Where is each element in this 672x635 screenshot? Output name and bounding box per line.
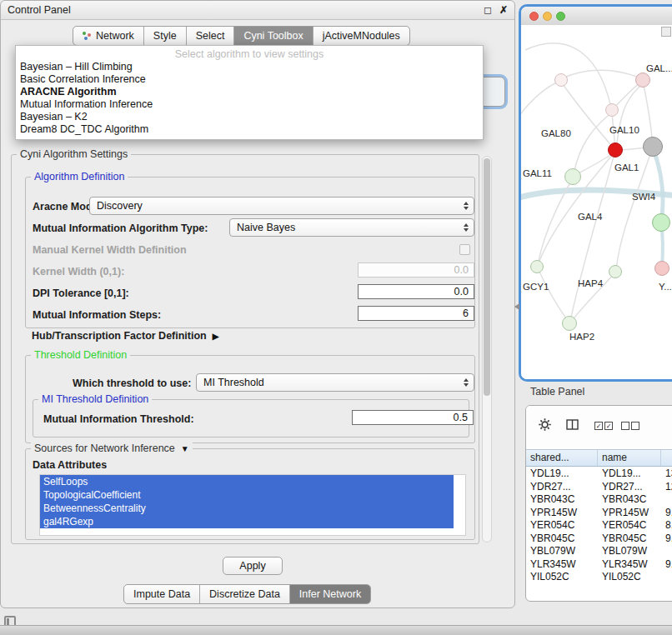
minimize-traffic-light-icon[interactable] xyxy=(543,12,552,21)
select-all-columns-icon[interactable]: ✓✓ xyxy=(594,422,614,430)
checked-box-icon: ✓ xyxy=(594,422,603,430)
network-window-titlebar[interactable] xyxy=(521,7,672,26)
network-node[interactable] xyxy=(564,168,581,185)
network-node[interactable] xyxy=(608,142,623,158)
float-window-icon[interactable]: ◻ xyxy=(484,1,492,19)
table-row[interactable]: YDL19...YDL19...13 xyxy=(526,468,672,481)
column-header[interactable]: name xyxy=(598,450,661,466)
scrollbar-thumb[interactable] xyxy=(484,158,490,396)
mi-steps-label: Mutual Information Steps: xyxy=(33,309,161,321)
node-label: GAL4 xyxy=(578,212,602,222)
node-label: GAL10 xyxy=(609,125,639,135)
column-header[interactable] xyxy=(661,450,672,466)
which-threshold-combobox[interactable]: MI Threshold xyxy=(196,373,474,392)
close-traffic-light-icon[interactable] xyxy=(529,12,539,21)
aracne-mode-value: Discovery xyxy=(97,200,143,212)
table-panel-title: Table Panel xyxy=(530,386,584,398)
table-cell: 12 xyxy=(661,481,672,494)
settings-scrollbar[interactable] xyxy=(482,156,492,542)
algorithm-option[interactable]: Mutual Information Inference xyxy=(16,98,483,111)
table-cell xyxy=(661,545,672,558)
attribute-item[interactable]: BetweennessCentrality xyxy=(40,502,454,515)
sources-group: Sources for Network Inference▼ Data Attr… xyxy=(25,448,475,540)
mi-steps-field[interactable] xyxy=(358,306,474,321)
table-cell: YDL19... xyxy=(526,468,598,481)
node-label: SWI4 xyxy=(632,192,655,202)
dpi-tolerance-field[interactable] xyxy=(358,284,474,299)
network-node[interactable] xyxy=(554,73,568,87)
tab-cyni-toolbox[interactable]: Cyni Toolbox xyxy=(233,27,312,45)
table-row[interactable]: YBR045CYBR045C9. xyxy=(526,532,672,546)
mi-threshold-group: MI Threshold Definition Mutual Informati… xyxy=(33,399,469,438)
show-columns-icon[interactable] xyxy=(566,419,579,431)
deselect-all-columns-icon[interactable] xyxy=(621,422,641,430)
network-canvas[interactable]: GAL...GAL80GAL10GAL11GAL1SWI4GAL4GCY1HAP… xyxy=(521,25,672,379)
table-row[interactable]: YBR043CYBR043C xyxy=(526,493,672,507)
algorithm-option[interactable]: ARACNE Algorithm xyxy=(16,86,483,98)
node-label: GAL1 xyxy=(614,162,639,172)
table-row[interactable]: YBL079WYBL079W xyxy=(526,545,672,558)
dropdown-placeholder: Select algorithm to view settings xyxy=(16,48,483,61)
network-node[interactable] xyxy=(635,72,650,88)
table-row[interactable]: YIL052CYIL052C xyxy=(526,571,672,584)
sources-title: Sources for Network Inference xyxy=(34,442,175,454)
tab-select[interactable]: Select xyxy=(186,27,234,45)
mi-algorithm-type-combobox[interactable]: Naive Bayes xyxy=(229,218,474,237)
table-cell: YBL079W xyxy=(598,545,661,558)
table-cell: YBR043C xyxy=(598,493,661,507)
control-panel-titlebar[interactable]: Control Panel ◻ ✗ xyxy=(1,1,514,20)
table-cell: 9. xyxy=(661,532,672,546)
attribute-item[interactable]: TopologicalCoefficient xyxy=(40,488,454,502)
algorithm-definition-title: Algorithm Definition xyxy=(31,171,128,182)
tab-impute-data[interactable]: Impute Data xyxy=(124,585,199,603)
table-row[interactable]: YER054CYER054C8. xyxy=(526,519,672,532)
aracne-mode-combobox[interactable]: Discovery xyxy=(89,197,474,215)
stepper-icon xyxy=(464,202,470,210)
table-row[interactable]: YDR27...YDR27...12 xyxy=(526,481,672,494)
table-row[interactable]: YLR345WYLR345W9. xyxy=(526,558,672,572)
tab-style[interactable]: Style xyxy=(143,27,186,45)
table-settings-gear-icon[interactable] xyxy=(538,418,552,432)
network-node[interactable] xyxy=(652,213,670,232)
checked-box-icon: ✓ xyxy=(604,422,613,430)
algorithm-option[interactable]: Bayesian – K2 xyxy=(16,111,483,123)
kernel-width-label: Kernel Width (0,1): xyxy=(33,266,124,278)
algorithm-option[interactable]: Bayesian – Hill Climbing xyxy=(16,61,483,73)
table-cell: YBR045C xyxy=(526,532,598,546)
column-header[interactable]: shared... xyxy=(526,450,598,466)
tab-label: jActiveMNodules xyxy=(323,30,400,42)
birdseye-toggle[interactable] xyxy=(661,27,671,37)
network-node[interactable] xyxy=(609,265,622,278)
tab-jactivemnodules[interactable]: jActiveMNodules xyxy=(313,27,409,45)
network-node[interactable] xyxy=(654,261,669,276)
network-view-window[interactable]: GAL...GAL80GAL10GAL11GAL1SWI4GAL4GCY1HAP… xyxy=(521,7,672,379)
attribute-item[interactable]: SelfLoops xyxy=(40,475,454,488)
tab-label: Impute Data xyxy=(133,588,190,600)
attribute-item[interactable]: gal4RGexp xyxy=(40,515,454,528)
network-node[interactable] xyxy=(605,103,619,117)
algorithm-option-list: Bayesian – Hill ClimbingBasic Correlatio… xyxy=(16,61,483,136)
tab-discretize-data[interactable]: Discretize Data xyxy=(199,585,289,603)
table-row[interactable]: YPR145WYPR145W9. xyxy=(526,507,672,520)
data-attributes-list[interactable]: SelfLoopsTopologicalCoefficientBetweenne… xyxy=(39,474,466,536)
network-node[interactable] xyxy=(530,260,544,273)
sources-section-header[interactable]: Sources for Network Inference▼ xyxy=(31,442,193,454)
algorithm-option[interactable]: Dream8 DC_TDC Algorithm xyxy=(16,123,483,136)
close-icon[interactable]: ✗ xyxy=(499,1,508,19)
algorithm-option[interactable]: Basic Correlation Inference xyxy=(16,73,483,86)
status-bar xyxy=(0,625,672,635)
network-node[interactable] xyxy=(562,316,577,331)
network-node[interactable] xyxy=(643,137,663,157)
splitter-collapse-arrow[interactable] xyxy=(514,303,519,310)
mi-threshold-field[interactable] xyxy=(352,410,474,425)
hub-definition-section[interactable]: Hub/Transcription Factor Definition▶ xyxy=(32,330,218,342)
table-cell xyxy=(661,571,672,584)
bottom-tabbar: Impute DataDiscretize DataInfer Network xyxy=(123,584,371,604)
tab-network[interactable]: Network xyxy=(73,27,143,45)
algorithm-dropdown-popup: Select algorithm to view settings Bayesi… xyxy=(15,45,484,140)
node-label: GCY1 xyxy=(523,282,549,292)
zoom-traffic-light-icon[interactable] xyxy=(556,12,565,21)
tab-infer-network[interactable]: Infer Network xyxy=(289,585,370,603)
tab-label: Discretize Data xyxy=(209,588,280,600)
apply-button[interactable]: Apply xyxy=(223,557,283,575)
